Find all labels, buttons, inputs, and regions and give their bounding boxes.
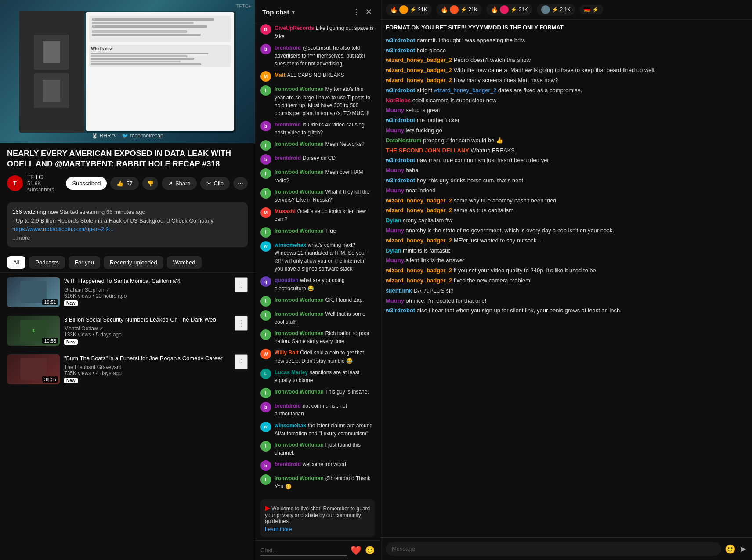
right-msg-text: lets fucking go [406,127,442,134]
tab-watched[interactable]: Watched [167,256,202,269]
chat-avatar: b [260,44,271,54]
right-message: w3irdrobot dammit. i thought i was appea… [386,36,747,45]
right-message: Muuny setup is great [386,106,747,115]
right-msg-text: me motherfucker [417,117,460,123]
right-username: NotBiebs [386,97,411,104]
subscribe-button[interactable]: Subscribed [66,177,107,190]
chat-input[interactable] [260,545,347,556]
list-item[interactable]: 36:05 "Burn The Boats" is a Funeral for … [0,350,255,389]
item-more-2[interactable]: ⋮ [235,316,248,331]
item-channel-2: Mental Outlaw ✓ [64,325,230,332]
chat-message: I Ironwood Workman Mesh Networks? [255,138,380,152]
right-message: w3irdrobot alright wizard_honey_badger_2… [386,86,747,95]
chat-content: Musashi Odell's setup looks killer, new … [275,207,375,223]
chat-message: I Ironwood Workman True [255,225,380,239]
item-badge-1: New [64,300,78,306]
chat-text: Dorsey on CD [303,155,336,161]
chat-content: Ironwood Workman My tomato's this year a… [275,85,375,117]
chat-text: This guy is insane. [325,389,369,395]
chat-avatar: M [260,71,271,82]
description-link[interactable]: https://www.nobsbitcoin.com/up-to-2.9... [12,226,114,232]
chat-username: brentdroid [275,403,301,409]
right-username: wizard_honey_badger_2 [386,237,452,244]
item-more-1[interactable]: ⋮ [235,277,248,292]
chat-welcome-banner: ▶ Welcome to live chat! Remember to guar… [260,499,375,537]
tab-recently-uploaded[interactable]: Recently uploaded [104,256,163,269]
video-thumbnail: What's new 🐰 RHR.tv 🐦 rabbitholrecap TFT… [0,0,255,143]
right-message: wizard_honey_badger_2 same as true capit… [386,206,747,215]
chat-message: I Ironwood Workman My tomato's this year… [255,83,380,119]
list-item[interactable]: $ 10:55 3 Billion Social Security Number… [0,311,255,350]
send-button[interactable]: ➤ [739,544,747,554]
right-msg-text: crony capitalism ftw [403,217,452,224]
viewer-count-1: ⚡ 21K [410,7,427,13]
chat-message: q quoudten what are you doing electrocul… [255,275,380,294]
chat-username: Ironwood Workman [275,442,324,448]
viewer-avatar-4 [541,5,550,14]
chat-avatar: b [260,121,271,131]
duration-3: 36:05 [42,376,58,383]
chat-username: Ironwood Workman [275,389,324,395]
chat-avatar: w [260,422,271,432]
channel-info: TFTC 51.6K subscribers [27,173,61,193]
chat-more-button[interactable]: ⋮ [351,6,361,18]
chat-username: brentdroid [275,122,301,128]
share-button[interactable]: ↗ Share [162,177,197,190]
fire-icon-2: 🔥 [441,6,448,13]
action-buttons: Subscribed 👍 57 👎 ↗ Share ✂ Clip ⋯ [66,177,248,190]
video-list: 18:51 WTF Happened To Santa Monica, Cali… [0,273,255,389]
item-title-2: 3 Billion Social Security Numbers Leaked… [64,316,230,324]
right-msg-text: oh nice, I'm excited for that one! [406,297,487,304]
right-message: Muuny lets fucking go [386,126,747,135]
chat-panel: Top chat ▾ ⋮ ✕ G GiveUpRecords Get a Tho… [255,0,380,560]
item-more-3[interactable]: ⋮ [235,354,248,369]
chat-input-row: ❤️ 🙂 [255,540,380,560]
viewer-avatar-1 [399,5,408,14]
chat-avatar: I [260,85,271,96]
chat-content: brentdroid not communist, not authoritar… [275,402,375,418]
dislike-button[interactable]: 👎 [142,177,158,190]
chat-text: True [325,228,336,234]
chat-username: Willy Bolt [275,350,299,356]
right-username: wizard_honey_badger_2 [386,207,452,213]
viewer-count-2: ⚡ 21K [460,7,478,13]
chat-username: brentdroid [275,461,301,467]
chat-avatar: b [260,154,271,165]
chat-content: brentdroid @scottmsul. he also told adve… [275,44,375,68]
right-panel: 🔥 ⚡ 21K 🔥 ⚡ 21K 🔥 ⚡ 21K ⚡ 2.1K 🇩🇪 ⚡ FORM… [380,0,752,560]
clip-icon: ✂ [206,180,211,187]
right-msg-text: DATA.PLUS sir! [414,287,454,294]
chat-avatar: I [260,188,271,199]
chat-avatar: I [260,441,271,452]
chat-content: Lucas Marley sanctions are at least equa… [275,369,375,384]
learn-more-button[interactable]: Learn more [265,526,292,532]
tab-podcasts[interactable]: Podcasts [29,256,65,269]
chat-message: M Musashi Odell's setup looks killer, ne… [255,206,380,225]
format-header-msg: FORMAT ON YOU BET SITE!!! YYYYMMDD IS TH… [386,23,747,33]
right-msg-text: neat indeed [406,187,436,194]
channel-name[interactable]: TFTC [27,173,61,181]
right-message-input[interactable] [386,542,721,556]
like-button[interactable]: 👍 57 [110,177,138,190]
tab-all[interactable]: All [7,256,25,269]
video-player[interactable]: What's new 🐰 RHR.tv 🐦 rabbitholrecap TFT… [0,0,255,143]
emoji-button[interactable]: 🙂 [365,546,375,555]
right-msg-text: if you set your video quality to 240p, i… [454,267,596,274]
list-item[interactable]: 18:51 WTF Happened To Santa Monica, Cali… [0,273,255,311]
emoji-icon-button[interactable]: 🙂 [725,544,736,554]
clip-button[interactable]: ✂ Clip [200,177,230,190]
chat-close-button[interactable]: ✕ [365,6,373,18]
more-label[interactable]: ...more [12,235,30,241]
right-message: wizard_honey_badger_2 fixed the new came… [386,276,747,285]
video-description[interactable]: 166 watching now Started streaming 66 mi… [7,202,248,247]
item-badge-2: New [64,339,78,345]
right-msg-text: dammit. i thought i was appeasing the br… [417,37,527,43]
flag-icon: 🇩🇪 [584,7,590,13]
item-channel-1: Graham Stephan ✓ [64,287,230,293]
right-msg-text: setup is great [406,107,440,113]
tab-for-you[interactable]: For you [69,256,100,269]
more-button[interactable]: ⋯ [233,177,248,190]
item-badge-3: New [64,378,78,383]
right-msg-text2: dates are fixed as a compromise. [496,87,582,94]
right-msg-text: MF'er just wanted to say nutsack.... [454,237,543,244]
